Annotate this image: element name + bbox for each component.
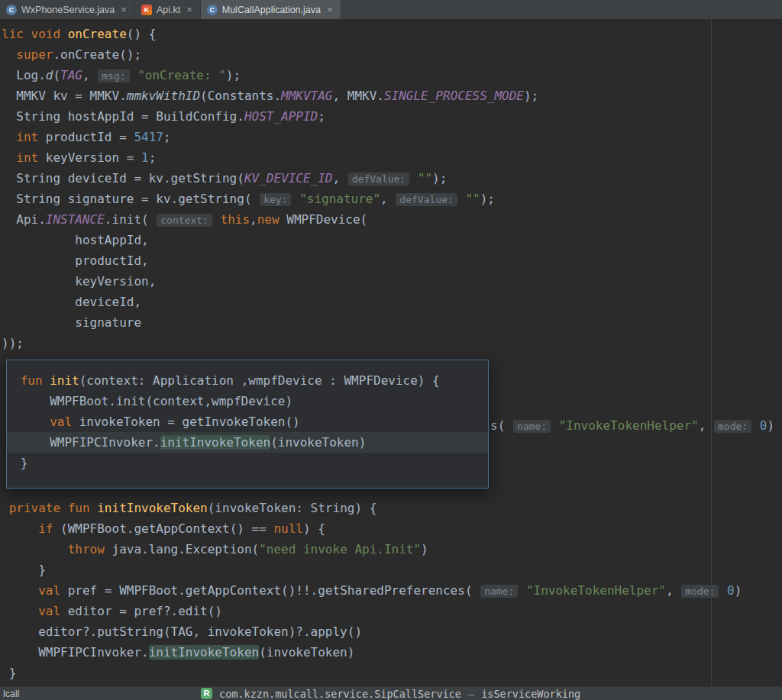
code-token: name: xyxy=(480,585,518,598)
code-token: 0 xyxy=(727,583,735,598)
code-token xyxy=(2,130,16,144)
code-token: hostAppId, xyxy=(2,233,149,247)
code-token: onCreate xyxy=(68,27,127,41)
code-token: , MMKV. xyxy=(333,89,384,103)
close-icon[interactable]: × xyxy=(121,5,127,15)
code-token xyxy=(2,542,68,556)
code-line[interactable]: } xyxy=(2,560,782,580)
quick-definition-popup[interactable]: fun init(context: Application ,wmpfDevic… xyxy=(6,360,489,489)
code-line[interactable]: val editor = pref?.edit() xyxy=(2,601,782,621)
tool-window-tab[interactable]: lcall xyxy=(3,689,20,699)
code-token: ; xyxy=(163,130,171,144)
code-token xyxy=(13,415,50,429)
tab-mulcallapplication-java[interactable]: CMulCallApplication.java× xyxy=(201,0,341,19)
code-token: SINGLE_PROCESS_MODE xyxy=(384,89,524,103)
code-line[interactable]: WMPFBoot.init(context,wmpfDevice) xyxy=(7,391,488,411)
tab-api-kt[interactable]: KApi.kt× xyxy=(135,0,201,19)
code-line[interactable]: WMPFIPCInvoker.initInvokeToken(invokeTok… xyxy=(7,432,488,453)
kotlin-icon: K xyxy=(141,5,152,15)
code-token: invokeToken = getInvokeToken() xyxy=(72,415,300,429)
code-token: productId = xyxy=(38,130,134,144)
editor-top-code: lic void onCreate() { super.onCreate(); … xyxy=(0,24,782,353)
code-line[interactable]: } xyxy=(2,663,782,683)
code-token: pref = WMPFBoot.getAppContext()!!.getSha… xyxy=(60,583,480,598)
code-line[interactable]: } xyxy=(7,453,488,473)
code-line[interactable]: lic void onCreate() { xyxy=(2,24,782,44)
code-token: null xyxy=(273,521,303,536)
code-token: "need invoke Api.Init" xyxy=(259,542,421,556)
code-token xyxy=(292,192,299,206)
close-icon[interactable]: × xyxy=(327,5,333,15)
code-token: initInvokeToken xyxy=(149,645,260,660)
code-line[interactable]: val invokeToken = getInvokeToken() xyxy=(7,411,488,432)
code-token xyxy=(719,583,727,598)
code-line[interactable]: if (WMPFBoot.getAppContext() == null) { xyxy=(2,518,782,539)
code-token xyxy=(551,418,559,433)
code-line[interactable]: int keyVersion = 1; xyxy=(2,147,782,168)
code-line[interactable]: fun init(context: Application ,wmpfDevic… xyxy=(7,370,488,391)
editor-lower-code: private fun initInvokeToken(invokeToken:… xyxy=(0,498,782,683)
code-token xyxy=(2,47,16,62)
code-line[interactable]: s( name: "InvokeTokenHelper", mode: 0) xyxy=(490,415,782,436)
code-token: 0 xyxy=(760,418,767,433)
code-token: productId, xyxy=(2,253,149,268)
code-line[interactable]: WMPFIPCInvoker.initInvokeToken(invokeTok… xyxy=(2,642,782,663)
code-token: )); xyxy=(2,336,24,350)
code-token: java.lang.Exception( xyxy=(105,542,259,556)
code-line[interactable]: String hostAppId = BuildConfig.HOST_APPI… xyxy=(2,106,782,127)
code-token: mode: xyxy=(714,420,751,433)
code-token: "InvokeTokenHelper" xyxy=(559,418,699,433)
code-token: fun xyxy=(21,373,50,388)
code-token: key: xyxy=(260,193,291,206)
code-token: "InvokeTokenHelper" xyxy=(526,583,666,598)
close-icon[interactable]: × xyxy=(186,5,192,15)
java-class-icon: C xyxy=(6,5,17,15)
code-token: ; xyxy=(318,109,325,124)
code-line[interactable]: MMKV kv = MMKV.mmkvWithID(Constants.MMKV… xyxy=(2,85,782,106)
code-line[interactable]: keyVersion, xyxy=(2,271,782,292)
code-line[interactable]: int productId = 5417; xyxy=(2,127,782,147)
code-line[interactable]: deviceId, xyxy=(2,292,782,312)
code-token xyxy=(752,418,760,433)
code-line[interactable]: Api.INSTANCE.init( context: this,new WMP… xyxy=(2,209,782,230)
code-token xyxy=(519,583,526,598)
code-token: "" xyxy=(418,171,432,185)
code-line[interactable]: throw java.lang.Exception("need invoke A… xyxy=(2,539,782,560)
code-token: (context: Application ,wmpfDevice : WMPF… xyxy=(79,373,440,388)
code-editor[interactable]: lic void onCreate() { super.onCreate(); … xyxy=(0,19,782,686)
code-line[interactable]: private fun initInvokeToken(invokeToken:… xyxy=(2,498,782,518)
code-line[interactable]: editor?.putString(TAG, invokeToken)?.app… xyxy=(2,621,782,642)
code-token: ); xyxy=(226,68,241,82)
code-token: , xyxy=(332,171,347,185)
code-token: msg: xyxy=(98,69,129,82)
code-token: ) xyxy=(767,418,774,433)
code-token xyxy=(13,373,21,388)
tab-wxphoneservice-java[interactable]: CWxPhoneService.java× xyxy=(0,0,135,19)
code-token: new xyxy=(257,212,280,227)
code-token xyxy=(458,192,466,206)
code-token: defValue: xyxy=(396,193,457,206)
code-token xyxy=(2,521,38,536)
code-token: , xyxy=(666,583,680,598)
code-token xyxy=(2,604,38,618)
code-line[interactable]: )); xyxy=(2,333,782,353)
code-line[interactable]: productId, xyxy=(2,250,782,271)
code-token: init xyxy=(50,373,79,388)
code-token: } xyxy=(13,456,27,470)
code-line[interactable]: String deviceId = kv.getString(KV_DEVICE… xyxy=(2,168,782,189)
code-token: Api. xyxy=(2,212,46,227)
code-line[interactable]: val pref = WMPFBoot.getAppContext()!!.ge… xyxy=(2,580,782,601)
code-line[interactable]: Log.d(TAG, msg: "onCreate: "); xyxy=(2,65,782,85)
run-process[interactable]: R com.kzzn.mulcall.service.SipCallServic… xyxy=(201,687,580,700)
code-token: lic xyxy=(2,27,31,41)
code-token: WMPFIPCInvoker. xyxy=(13,435,160,450)
code-line[interactable]: super.onCreate(); xyxy=(2,44,782,65)
code-line[interactable]: signature xyxy=(2,312,782,333)
code-token: HOST_APPID xyxy=(244,109,318,124)
code-line[interactable]: hostAppId, xyxy=(2,230,782,250)
code-token: ) xyxy=(735,583,742,598)
code-line[interactable]: String signature = kv.getString( key: "s… xyxy=(2,189,782,209)
code-token: 1 xyxy=(141,150,149,165)
process-name: com.kzzn.mulcall.service.SipCallService xyxy=(219,688,461,700)
code-token: , xyxy=(380,192,395,206)
